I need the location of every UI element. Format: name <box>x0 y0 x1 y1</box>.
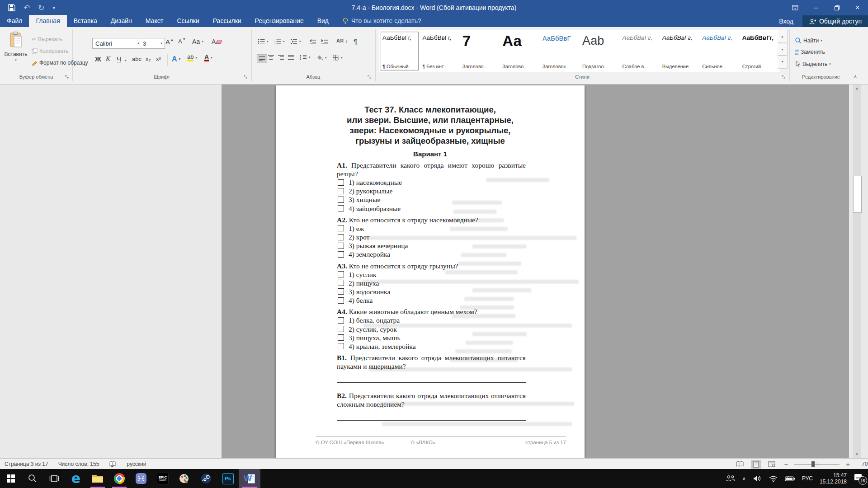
close-button[interactable]: × <box>847 0 868 15</box>
styles-dialog-launcher[interactable] <box>781 75 786 79</box>
tab-главная[interactable]: Главная <box>29 15 66 27</box>
page-indicator[interactable]: Страница 3 из 17 <box>5 461 48 467</box>
line-spacing-button[interactable]: ▾ <box>299 55 311 60</box>
numbered-list-button[interactable]: ▾ <box>274 38 285 44</box>
minimize-button[interactable]: – <box>806 0 826 15</box>
underline-dropdown-arrow[interactable]: ▾ <box>125 59 127 62</box>
styles-scroll-down-button[interactable]: ▼ <box>778 43 788 56</box>
show-paragraph-marks-button[interactable]: ¶ <box>354 38 357 45</box>
style-item[interactable]: АаБбВвГг,Слабое в... <box>619 32 658 70</box>
restore-button[interactable] <box>826 0 847 15</box>
web-layout-button[interactable] <box>766 460 778 468</box>
font-size-combo[interactable]: 3▾ <box>140 38 165 49</box>
font-color-button[interactable]: А▾ <box>204 54 212 61</box>
style-item[interactable]: АаБбВвГг,Выделение <box>660 32 698 70</box>
underline-button[interactable]: Ч <box>117 55 121 63</box>
change-case-button[interactable]: Аа▾ <box>192 38 203 45</box>
decrease-indent-button[interactable] <box>309 38 316 44</box>
clipboard-dialog-launcher[interactable] <box>65 75 69 79</box>
borders-button[interactable]: ▾ <box>333 55 343 61</box>
grow-font-button[interactable]: А▲ <box>165 38 174 46</box>
taskbar-start-button[interactable] <box>0 469 22 488</box>
tab-макет[interactable]: Макет <box>139 15 170 27</box>
strikethrough-button[interactable]: abc <box>132 56 142 62</box>
zoom-in-button[interactable]: + <box>844 460 852 468</box>
style-item[interactable]: АаЗаголово... <box>500 32 538 70</box>
style-item[interactable]: 7Заголово... <box>460 32 499 70</box>
align-right-button[interactable] <box>278 55 284 60</box>
taskbar-task-view-button[interactable] <box>43 469 65 488</box>
format-painter-button[interactable]: Формат по образцу <box>32 60 88 66</box>
text-effects-button[interactable]: А▾ <box>172 55 180 63</box>
highlight-color-button[interactable]: ab▾ <box>187 54 197 61</box>
zoom-slider-thumb[interactable] <box>811 461 815 467</box>
taskbar-search-button[interactable] <box>22 469 43 488</box>
sort-button[interactable]: АЯ↓ <box>336 38 348 43</box>
style-item[interactable]: АаБбВвГЗаголовок <box>540 32 579 70</box>
zoom-level[interactable]: 70% <box>856 461 868 467</box>
zoom-out-button[interactable]: − <box>782 460 790 468</box>
bullet-list-button[interactable]: ▾ <box>258 38 269 44</box>
taskbar-paint-button[interactable] <box>174 469 195 488</box>
shrink-font-button[interactable]: А▼ <box>178 38 186 45</box>
scroll-up-button[interactable]: ▲ <box>853 84 861 92</box>
style-item[interactable]: АаБбВвГг,Сильное... <box>699 32 738 70</box>
print-layout-button[interactable] <box>751 460 761 469</box>
multilevel-list-button[interactable]: ▾ <box>290 38 301 44</box>
document-page[interactable]: Тест 37. Класс млекопитающие,или звери. … <box>276 85 585 458</box>
zoom-slider[interactable] <box>794 460 840 468</box>
language-switch[interactable]: РУС <box>802 475 813 482</box>
tell-me-box[interactable]: Что вы хотите сделать? <box>343 17 421 27</box>
taskbar-chrome-button[interactable] <box>108 469 130 488</box>
styles-scroll-up-button[interactable]: ▲ <box>778 30 788 43</box>
replace-button[interactable]: abac Заменить <box>795 49 825 55</box>
vertical-scrollbar[interactable]: ▲ ▼ <box>853 84 861 458</box>
style-item[interactable]: АаБбВвГг,¶ Обычный <box>380 32 419 70</box>
justify-button[interactable] <box>288 55 294 60</box>
scroll-down-button[interactable]: ▼ <box>853 450 861 458</box>
superscript-button[interactable]: x² <box>156 56 161 62</box>
style-item[interactable]: АаbПодзагол... <box>580 32 618 70</box>
tray-expand-icon[interactable]: ∧ <box>742 476 746 482</box>
increase-indent-button[interactable] <box>321 38 328 44</box>
word-count[interactable]: Число слов: 155 <box>58 461 99 467</box>
tab-файл[interactable]: Файл <box>0 15 29 27</box>
align-left-button[interactable] <box>257 54 267 63</box>
share-button[interactable]: Общий доступ <box>802 15 868 27</box>
redo-icon[interactable]: ↻ <box>38 3 44 13</box>
tab-вставка[interactable]: Вставка <box>67 15 104 27</box>
styles-more-button[interactable]: ⯆ <box>778 56 788 69</box>
taskbar-steam-button[interactable] <box>195 469 217 488</box>
action-center-icon[interactable]: 15 <box>854 473 865 484</box>
read-mode-button[interactable] <box>733 460 746 468</box>
taskbar-word-button[interactable]: W <box>239 469 260 488</box>
style-item[interactable]: АаБбВвГг,Строгий <box>740 32 778 70</box>
proofing-icon[interactable] <box>109 461 117 468</box>
tab-дизайн[interactable]: Дизайн <box>104 15 139 27</box>
font-family-combo[interactable]: Calibri▾ <box>92 38 142 49</box>
clear-formatting-button[interactable]: А <box>212 38 222 45</box>
customize-qat-icon[interactable]: ▾ <box>53 5 56 11</box>
language-indicator[interactable]: русский <box>127 461 146 467</box>
taskbar-photoshop-button[interactable]: Ps <box>217 469 239 488</box>
tab-вид[interactable]: Вид <box>311 15 335 27</box>
taskbar-file-explorer-button[interactable] <box>87 469 108 488</box>
tab-ссылки[interactable]: Ссылки <box>170 15 206 27</box>
scrollbar-thumb[interactable] <box>853 176 862 213</box>
cut-button[interactable]: ✂ Вырезать <box>32 36 62 42</box>
save-icon[interactable] <box>8 4 15 11</box>
wifi-icon[interactable] <box>769 475 778 482</box>
collapse-ribbon-button[interactable]: ∧ <box>854 74 857 80</box>
undo-icon[interactable]: ↶ <box>24 3 30 13</box>
style-item[interactable]: АаБбВвГг,¶ Без инт... <box>420 32 458 70</box>
battery-icon[interactable] <box>785 476 795 482</box>
taskbar-edge-button[interactable]: e <box>65 469 87 488</box>
paragraph-dialog-launcher[interactable] <box>367 75 372 79</box>
people-icon[interactable] <box>726 475 736 482</box>
align-center-button[interactable] <box>268 55 274 60</box>
find-button[interactable]: Найти▾ <box>795 37 822 44</box>
sign-in-button[interactable]: Вход <box>770 15 802 27</box>
copy-button[interactable]: Копировать <box>32 48 69 54</box>
ribbon-display-options-button[interactable] <box>785 0 806 15</box>
clock[interactable]: 15:47 15.12.2018 <box>820 472 847 485</box>
